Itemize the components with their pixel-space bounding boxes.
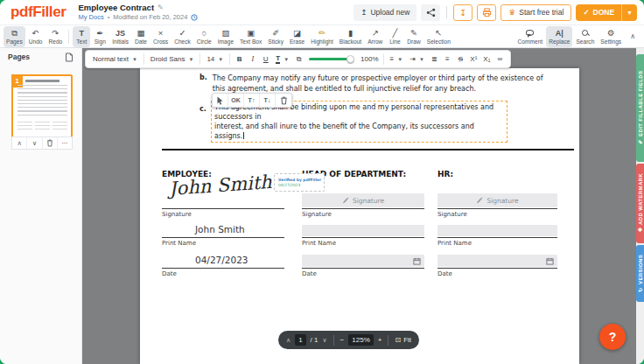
crown-icon: ♛ <box>508 8 515 17</box>
trash-icon[interactable] <box>276 94 291 107</box>
app-window: pdfFiller Employee Contract ✎ My Docs • … <box>0 0 644 364</box>
link-button[interactable]: ∞ <box>494 55 506 63</box>
font-size-dropdown[interactable]: 14▼ <box>204 55 226 63</box>
italic-button[interactable]: I <box>247 55 258 63</box>
print-button[interactable] <box>477 4 496 21</box>
tool-cross[interactable]: ×Cross <box>150 26 171 47</box>
zoom-in-button[interactable]: + <box>378 336 382 344</box>
subscript-button[interactable]: X₁ <box>481 55 493 63</box>
tool-label: Line <box>389 38 400 45</box>
hr-print-name-field[interactable] <box>438 225 557 236</box>
add-watermark-tab[interactable]: ◈ ADD WATERMARK <box>636 164 644 243</box>
strikethrough-button[interactable]: S <box>455 55 466 63</box>
start-free-trial-label: Start free trial <box>519 8 564 17</box>
tool-text[interactable]: TText <box>73 26 90 47</box>
done-dropdown-chevron[interactable]: ▼ <box>622 10 637 16</box>
fit-to-width-button[interactable]: ⊡Fit <box>395 336 411 344</box>
department-signature-field[interactable]: Signature <box>302 193 424 207</box>
employee-date-value[interactable]: 04/27/2023 <box>195 255 248 265</box>
comment-icon <box>526 29 534 38</box>
breadcrumb-my-docs[interactable]: My Docs <box>78 14 103 21</box>
tool-text-box[interactable]: ▣Text Box <box>237 26 264 47</box>
tool-image[interactable]: ▨Image <box>215 26 236 47</box>
tool-circle[interactable]: ○Circle <box>194 26 214 47</box>
tool-redo[interactable]: ↷Redo <box>46 26 65 47</box>
collapse-toolbar-chevron[interactable]: ∧ <box>625 32 640 40</box>
tool-date[interactable]: ▦Date <box>132 26 150 47</box>
current-page-input[interactable]: 1 <box>295 334 305 346</box>
start-free-trial-button[interactable]: ♛ Start free trial <box>500 4 571 21</box>
upload-new-button[interactable]: ↥ Upload new <box>354 4 416 21</box>
previous-page-button[interactable]: ∧ <box>286 337 290 344</box>
modified-timestamp: Modified on Feb 20, 2024 <box>113 14 187 21</box>
font-family-dropdown[interactable]: Droid Sans▼ <box>148 55 197 63</box>
bullet-list-button[interactable]: ≡ <box>442 55 453 63</box>
underline-button[interactable]: U <box>260 55 271 63</box>
zoom-out-button[interactable]: − <box>340 336 345 344</box>
opacity-slider[interactable] <box>309 58 353 60</box>
done-button[interactable]: ✓ DONE ▼ <box>576 4 637 21</box>
tool-sign[interactable]: ✒Sign <box>91 26 108 47</box>
tool-line[interactable]: ╱Line <box>386 26 403 47</box>
superscript-button[interactable]: X¹ <box>468 55 480 63</box>
text-color-dropdown[interactable]: T▼ <box>273 54 291 64</box>
indent-dropdown[interactable]: ⇥▼ <box>407 55 427 63</box>
next-page-button[interactable]: ∨ <box>322 337 326 344</box>
download-button[interactable]: ↧ <box>453 4 472 21</box>
tool-sticky[interactable]: ✐Sticky <box>265 26 286 47</box>
verified-stamp[interactable]: Verified by pdfFiller 04/27/2023 <box>274 173 325 192</box>
hr-date-field[interactable] <box>438 255 557 267</box>
department-date-field[interactable] <box>302 255 424 267</box>
delete-page-button[interactable] <box>42 137 57 149</box>
share-button[interactable] <box>421 4 440 21</box>
font-increase-button[interactable]: T↑ <box>244 94 260 107</box>
tool-erase[interactable]: ◪Erase <box>287 26 307 47</box>
zoom-level-value[interactable]: 125% <box>348 334 373 346</box>
edit-fillable-fields-tab[interactable]: ✎ EDIT FILLABLE FIELDS <box>636 54 644 162</box>
page-thumbnail[interactable]: 1 ∧ ∨ ⋯ <box>11 74 73 150</box>
move-handle-icon[interactable] <box>213 94 228 107</box>
paragraph-style-dropdown[interactable]: Normal text▼ <box>90 55 140 63</box>
tool-pages[interactable]: ⧉Pages <box>4 26 25 47</box>
fillable-fields-icon: ✎ <box>637 139 643 145</box>
tool-label: Text Box <box>240 38 262 45</box>
move-page-down-button[interactable]: ∨ <box>26 137 41 149</box>
employee-print-name-value[interactable]: John Smith <box>195 224 245 234</box>
tool-blackout[interactable]: ▮Blackout <box>337 26 364 47</box>
history-clock-icon <box>191 14 198 21</box>
tool-selection[interactable]: ↖Selection <box>424 26 453 47</box>
tool-label: Highlight <box>311 38 333 45</box>
tool-replace[interactable]: A|Replace <box>546 26 572 47</box>
ok-button[interactable]: OK <box>228 94 244 107</box>
tool-label: Blackout <box>340 38 361 45</box>
align-dropdown[interactable]: ≡▼ <box>388 55 406 63</box>
pdffiller-logo[interactable]: pdfFiller <box>10 4 66 21</box>
hr-signature-field[interactable]: Signature <box>438 193 557 207</box>
department-print-name-field[interactable] <box>302 225 424 236</box>
versions-tab[interactable]: ↻ VERSIONS <box>636 245 644 302</box>
move-page-up-button[interactable]: ∧ <box>12 137 26 149</box>
bold-button[interactable]: B <box>234 55 245 63</box>
help-button[interactable]: ? <box>599 324 626 350</box>
tool-undo[interactable]: ↶Undo <box>26 26 46 47</box>
tool-search[interactable]: Search <box>573 26 597 47</box>
tool-draw[interactable]: ✎Draw <box>404 26 423 47</box>
tool-arrow[interactable]: ↗Arrow <box>365 26 385 47</box>
font-decrease-button[interactable]: T↓ <box>260 94 276 107</box>
tool-settings[interactable]: ⚙Settings <box>598 26 624 47</box>
tool-initials[interactable]: JSInitials <box>109 26 131 47</box>
slider-handle[interactable] <box>346 55 354 63</box>
edit-title-icon[interactable]: ✎ <box>158 4 164 12</box>
add-page-icon[interactable] <box>65 52 74 62</box>
tool-comment[interactable]: Comment <box>515 26 546 47</box>
tool-label: Search <box>576 38 594 45</box>
tool-highlight[interactable]: ✏Highlight <box>308 26 336 47</box>
signature-label: Signature <box>302 211 332 218</box>
page-more-options-button[interactable]: ⋯ <box>57 137 72 149</box>
document-page[interactable]: b. The Company may notify any future or … <box>140 68 579 364</box>
ordered-list-button[interactable]: ≣ <box>429 55 440 63</box>
tool-label: Sign <box>94 38 106 45</box>
tool-check[interactable]: ✓Check <box>172 26 193 47</box>
duplicate-icon[interactable]: ⧉ <box>293 55 304 64</box>
tab-label: EDIT FILLABLE FIELDS <box>638 71 643 136</box>
